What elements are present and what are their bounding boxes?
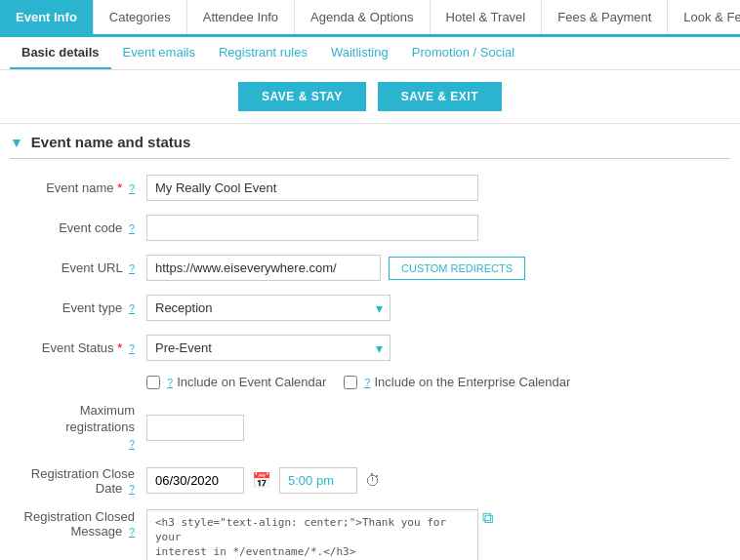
nav-hotel-travel[interactable]: Hotel & Travel — [431, 0, 543, 34]
reg-close-date-help[interactable]: ? — [129, 483, 135, 495]
required-star2: * — [117, 340, 122, 355]
custom-redirects-button[interactable]: CUSTOM REDIRECTS — [389, 257, 525, 280]
event-code-label: Event code ? — [20, 220, 146, 235]
event-name-row: Event name * ? — [20, 175, 720, 201]
date-time-wrap: 📅 ⏱ — [146, 467, 381, 494]
subnav-promotion-social[interactable]: Promotion / Social — [400, 37, 527, 69]
nav-event-info[interactable]: Event Info — [0, 0, 94, 34]
toolbar: SAVE & STAY SAVE & EXIT — [0, 70, 740, 124]
expand-icon[interactable]: ⧉ — [482, 509, 493, 527]
reg-close-time-input[interactable] — [279, 467, 357, 494]
nav-fees-payment[interactable]: Fees & Payment — [542, 0, 668, 34]
calendar-icon[interactable]: 📅 — [252, 471, 271, 490]
event-url-row: Event URL ? CUSTOM REDIRECTS — [20, 255, 720, 281]
event-url-input[interactable] — [146, 255, 381, 281]
event-url-help[interactable]: ? — [129, 262, 135, 274]
event-status-select[interactable]: Pre-Event Open Closed Cancelled — [146, 335, 391, 361]
event-code-input[interactable] — [146, 215, 478, 241]
event-name-help[interactable]: ? — [129, 182, 135, 194]
nav-categories[interactable]: Categories — [94, 0, 187, 34]
subnav-registrant-rules[interactable]: Registrant rules — [207, 37, 319, 69]
subnav-basic-details[interactable]: Basic details — [10, 37, 111, 69]
event-name-label: Event name * ? — [20, 180, 146, 195]
event-code-help[interactable]: ? — [129, 222, 135, 234]
max-reg-input[interactable] — [146, 415, 244, 441]
event-type-label: Event type ? — [20, 300, 146, 315]
reg-close-date-input[interactable] — [146, 467, 244, 494]
top-nav: Event Info Categories Attendee Info Agen… — [0, 0, 740, 37]
include-calendar-help[interactable]: ? — [167, 377, 173, 388]
event-code-row: Event code ? — [20, 215, 720, 241]
section-collapse-icon[interactable]: ▼ — [10, 135, 23, 150]
include-enterprise-group: ? Include on the Enterprise Calendar — [344, 375, 570, 389]
form-area: Event name * ? Event code ? Event URL ? … — [10, 175, 730, 560]
event-url-label: Event URL ? — [20, 260, 146, 275]
include-calendar-label: Include on Event Calendar — [177, 375, 326, 389]
event-name-input[interactable] — [146, 175, 478, 201]
max-reg-label: Maximum registrations ? — [20, 403, 146, 453]
event-status-label: Event Status * ? — [20, 340, 146, 355]
section-header: ▼ Event name and status — [10, 124, 730, 159]
include-calendar-checkbox[interactable] — [146, 376, 160, 389]
include-enterprise-checkbox[interactable] — [344, 376, 357, 389]
event-status-row: Event Status * ? Pre-Event Open Closed C… — [20, 335, 720, 361]
event-type-help[interactable]: ? — [129, 302, 135, 314]
max-reg-help[interactable]: ? — [129, 438, 135, 450]
include-calendar-group: ? Include on Event Calendar — [146, 375, 326, 389]
calendar-checkboxes: ? Include on Event Calendar ? Include on… — [146, 375, 720, 389]
nav-attendee-info[interactable]: Attendee Info — [187, 0, 295, 34]
event-type-row: Event type ? Reception Conference Meetin… — [20, 295, 720, 321]
event-status-help[interactable]: ? — [129, 342, 135, 354]
save-stay-button[interactable]: SAVE & STAY — [238, 82, 366, 111]
reg-closed-msg-row: Registration Closed Message ? <h3 style=… — [20, 509, 720, 560]
nav-agenda-options[interactable]: Agenda & Options — [295, 0, 431, 34]
required-star: * — [117, 180, 122, 195]
main-content: ▼ Event name and status Event name * ? E… — [0, 124, 740, 560]
save-exit-button[interactable]: SAVE & EXIT — [378, 82, 502, 111]
subnav-event-emails[interactable]: Event emails — [111, 37, 207, 69]
event-type-select-wrap: Reception Conference Meeting Seminar Web… — [146, 295, 391, 321]
clock-icon[interactable]: ⏱ — [365, 472, 381, 490]
max-reg-row: Maximum registrations ? — [20, 403, 720, 453]
include-enterprise-label: Include on the Enterprise Calendar — [374, 375, 570, 389]
section-title: Event name and status — [31, 134, 190, 150]
nav-look-feel[interactable]: Look & Feel — [668, 0, 740, 34]
sub-nav: Basic details Event emails Registrant ru… — [0, 37, 740, 70]
event-type-select[interactable]: Reception Conference Meeting Seminar Web… — [146, 295, 391, 321]
reg-close-date-row: Registration Close Date ? 📅 ⏱ — [20, 466, 720, 496]
subnav-waitlisting[interactable]: Waitlisting — [319, 37, 400, 69]
url-row: CUSTOM REDIRECTS — [146, 255, 525, 281]
event-status-select-wrap: Pre-Event Open Closed Cancelled ▾ — [146, 335, 391, 361]
include-enterprise-help[interactable]: ? — [364, 377, 370, 388]
reg-closed-msg-textarea[interactable]: <h3 style="text-align: center;">Thank yo… — [146, 509, 478, 560]
reg-close-date-label: Registration Close Date ? — [20, 466, 146, 496]
reg-closed-msg-label: Registration Closed Message ? — [20, 509, 146, 539]
reg-closed-msg-help[interactable]: ? — [129, 526, 135, 538]
